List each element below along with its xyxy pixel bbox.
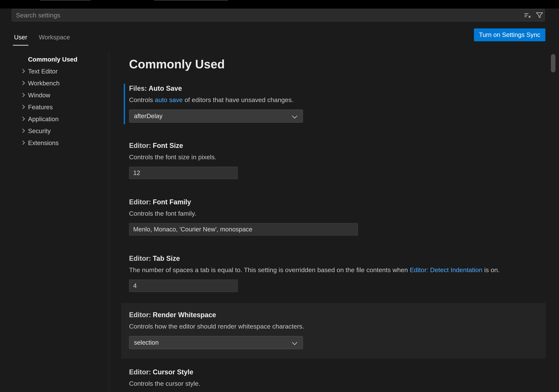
toc-item-label: Commonly Used bbox=[28, 56, 77, 63]
chevron-down-icon bbox=[292, 113, 297, 119]
setting-description: Controls how the editor should render wh… bbox=[129, 321, 541, 331]
background-tab-edge bbox=[40, 0, 91, 1]
setting-description: The number of spaces a tab is equal to. … bbox=[129, 265, 541, 274]
settings-list: Commonly Used Files:Auto Save Controls a… bbox=[121, 53, 546, 392]
settings-sync-button[interactable]: Turn on Settings Sync bbox=[474, 28, 545, 41]
setting-category: Editor: bbox=[129, 198, 151, 206]
chevron-down-icon bbox=[292, 340, 297, 345]
toc-item-label: Features bbox=[28, 104, 53, 111]
chevron-right-icon bbox=[21, 117, 25, 121]
scrollbar-thumb[interactable] bbox=[551, 54, 555, 72]
chevron-right-icon bbox=[21, 140, 25, 145]
toc-item-commonly-used[interactable]: Commonly Used bbox=[0, 53, 109, 65]
setting-category: Files: bbox=[129, 84, 147, 92]
toc-item-label: Workbench bbox=[28, 80, 59, 87]
background-tab-edge bbox=[154, 0, 228, 1]
description-text: Controls the font size in pixels. bbox=[129, 153, 216, 161]
chevron-right-icon bbox=[21, 81, 25, 85]
auto-save-link[interactable]: auto save bbox=[155, 96, 183, 103]
description-text: Controls bbox=[129, 96, 155, 103]
toc-item-workbench[interactable]: Workbench bbox=[0, 77, 109, 89]
description-text: Controls the font family. bbox=[129, 210, 196, 217]
filter-icon[interactable] bbox=[536, 11, 543, 19]
setting-row-editor-tab-size: Editor:Tab Size The number of spaces a t… bbox=[121, 246, 546, 301]
settings-scope-tabs: User Workspace bbox=[13, 29, 71, 46]
setting-name: Tab Size bbox=[153, 255, 180, 262]
detect-indentation-link[interactable]: Editor: Detect Indentation bbox=[410, 266, 483, 273]
chevron-right-icon bbox=[21, 69, 25, 73]
toc-item-label: Text Editor bbox=[28, 68, 58, 75]
description-text: is on. bbox=[483, 266, 500, 273]
window-top-strip bbox=[0, 0, 559, 9]
setting-description: Controls the font family. bbox=[129, 209, 541, 218]
setting-title: Editor:Font Size bbox=[129, 141, 541, 150]
setting-row-files-auto-save: Files:Auto Save Controls auto save of ed… bbox=[121, 76, 546, 132]
font-family-input[interactable] bbox=[129, 223, 358, 236]
toc-item-application[interactable]: Application bbox=[0, 113, 109, 125]
setting-row-editor-cursor-style: Editor:Cursor Style Controls the cursor … bbox=[121, 360, 546, 392]
setting-description: Controls auto save of editors that have … bbox=[129, 95, 541, 105]
chevron-right-icon bbox=[21, 93, 25, 97]
settings-toc: Commonly Used Text Editor Workbench Wind… bbox=[0, 53, 109, 392]
toc-item-text-editor[interactable]: Text Editor bbox=[0, 65, 109, 77]
setting-description: Controls the cursor style. bbox=[129, 379, 541, 388]
chevron-right-icon bbox=[21, 128, 25, 133]
setting-description: Controls the font size in pixels. bbox=[129, 152, 541, 162]
setting-title: Editor:Tab Size bbox=[129, 254, 541, 263]
setting-category: Editor: bbox=[129, 311, 151, 319]
setting-title: Editor:Font Family bbox=[129, 198, 541, 206]
setting-category: Editor: bbox=[129, 255, 151, 262]
font-size-input[interactable] bbox=[129, 167, 238, 179]
setting-title: Editor:Render Whitespace bbox=[129, 310, 541, 319]
clear-filter-icon[interactable] bbox=[524, 11, 531, 19]
modified-indicator bbox=[124, 84, 125, 124]
description-text: Controls the cursor style. bbox=[129, 380, 200, 387]
setting-title: Files:Auto Save bbox=[129, 84, 541, 93]
setting-name: Render Whitespace bbox=[153, 311, 216, 319]
page-title: Commonly Used bbox=[129, 57, 546, 72]
toc-item-label: Security bbox=[28, 128, 51, 135]
dropdown-value: afterDelay bbox=[134, 112, 162, 120]
toc-item-extensions[interactable]: Extensions bbox=[0, 137, 109, 149]
toc-item-features[interactable]: Features bbox=[0, 101, 109, 113]
auto-save-dropdown[interactable]: afterDelay bbox=[129, 109, 303, 123]
tab-workspace[interactable]: Workspace bbox=[38, 29, 71, 46]
toc-item-label: Application bbox=[28, 116, 58, 123]
dropdown-value: selection bbox=[134, 339, 158, 346]
setting-row-editor-font-size: Editor:Font Size Controls the font size … bbox=[121, 134, 546, 189]
setting-row-editor-font-family: Editor:Font Family Controls the font fam… bbox=[121, 190, 546, 245]
toc-item-security[interactable]: Security bbox=[0, 125, 109, 137]
description-text: Controls how the editor should render wh… bbox=[129, 323, 304, 330]
search-input[interactable] bbox=[12, 9, 545, 21]
setting-name: Font Family bbox=[153, 198, 191, 206]
toc-divider bbox=[109, 53, 109, 392]
setting-title: Editor:Cursor Style bbox=[129, 368, 541, 376]
description-text: of editors that have unsaved changes. bbox=[183, 96, 294, 103]
render-whitespace-dropdown[interactable]: selection bbox=[129, 336, 303, 349]
toc-item-window[interactable]: Window bbox=[0, 89, 109, 101]
setting-name: Font Size bbox=[153, 142, 183, 149]
setting-category: Editor: bbox=[129, 142, 151, 149]
tab-size-input[interactable] bbox=[129, 280, 238, 292]
toc-item-label: Extensions bbox=[28, 139, 58, 146]
setting-category: Editor: bbox=[129, 368, 151, 376]
setting-name: Auto Save bbox=[149, 84, 182, 92]
setting-name: Cursor Style bbox=[153, 368, 193, 376]
tab-user[interactable]: User bbox=[13, 29, 28, 46]
toc-item-label: Window bbox=[28, 92, 50, 99]
chevron-right-icon bbox=[21, 105, 25, 109]
setting-row-editor-render-whitespace: Editor:Render Whitespace Controls how th… bbox=[121, 303, 546, 359]
description-text: The number of spaces a tab is equal to. … bbox=[129, 266, 410, 273]
